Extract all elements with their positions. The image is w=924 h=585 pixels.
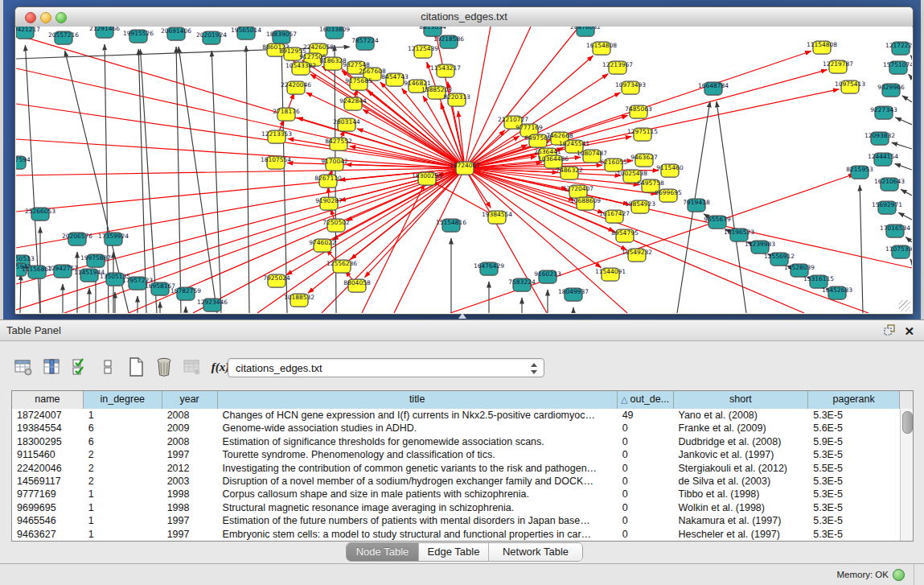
table-selector-value: citations_edges.txt [236,362,322,374]
graph-node-label: 16210643 [874,178,905,185]
table-row[interactable]: 946554611997Estimation of the future num… [12,514,900,527]
memory-status-label: Memory: OK [836,570,889,579]
create-table-icon[interactable] [125,356,146,378]
graph-edge [895,117,912,125]
graph-node-label: 12125439 [408,45,438,52]
column-header-title[interactable]: title [218,391,618,409]
table-cell: Disruption of a novel member of a sodium… [218,475,618,488]
tab-node-table[interactable]: Node Table [347,543,419,561]
column-header-in_degree[interactable]: in_degree [84,391,162,409]
graph-node-label: 6216055 [600,159,627,166]
column-header-out_de[interactable]: △out_de... [618,391,674,409]
graph-node-label: 8804058 [343,279,371,286]
graph-node-label: 19384554 [482,211,512,218]
table-row[interactable]: 1938455462009Genome-wide association stu… [12,422,900,435]
column-header-pagerank[interactable]: pagerank [808,391,900,409]
graph-node-label: 20691406 [161,27,191,35]
table-row[interactable]: 1872400712008Changes of HCN gene express… [12,409,900,422]
column-header-short[interactable]: short [674,391,809,409]
graph-edge [465,168,547,313]
table-cell: 2008 [162,435,218,448]
table-tabs: Node TableEdge TableNetwork Table [346,542,583,562]
graph-node-label: 11544091 [595,268,626,275]
delete-rows-trash-icon[interactable] [154,356,175,378]
table-cell: Genome-wide association studies in ADHD. [218,422,618,435]
network-canvas[interactable]: 8860123891295522426058912750510543382818… [16,27,912,313]
graph-node-label: 12975115 [627,128,658,135]
graph-node-label: 9655679 [704,216,731,223]
graph-node-label: 12923446 [197,299,228,306]
graph-node-label: 11075392 [885,245,912,253]
column-header-name[interactable]: name [12,391,84,409]
float-window-icon[interactable] [883,323,896,340]
select-rows-icon[interactable] [69,356,90,378]
graph-node-label: 22426058 [303,43,334,51]
graph-node-label: 12720407 [563,185,593,192]
graph-node-label: 7485063 [625,105,652,113]
graph-edge [910,56,912,57]
table-row[interactable]: 1830029562008Estimation of significance … [12,435,900,448]
graph-node-label: 9777169 [515,124,543,131]
table-row[interactable]: 2242004622012Investigating the contribut… [12,462,900,475]
table-cell: 0 [618,462,674,475]
table-cell: 2 [84,475,162,488]
table-cell: 1997 [162,448,218,461]
graph-node-label: 16452683 [822,286,852,294]
graph-node-label: 12556236 [326,260,357,267]
scrollbar-thumb[interactable] [902,411,913,434]
table-cell: 6 [84,435,162,448]
network-window-titlebar[interactable]: citations_edges.txt [15,7,913,27]
table-row[interactable]: 946362711997Embryonic stem cells: a mode… [12,528,900,541]
select-columns-icon[interactable] [41,356,62,378]
graph-edge [909,74,912,78]
table-cell: 0 [618,501,674,514]
splitter-handle-icon[interactable] [458,313,466,319]
column-header-year[interactable]: year [162,391,218,409]
table-cell: Estimation of significance thresholds fo… [218,435,618,448]
graph-node-label: 21291466 [89,27,120,32]
table-cell: 5.3E-5 [808,528,900,541]
graph-node-label: 25266053 [25,208,55,215]
tab-edge-table[interactable]: Edge Table [419,543,489,561]
table-cell: Corpus callosum shape and size in male p… [218,488,618,501]
header-corner [900,391,913,409]
graph-node-label: 9242844 [339,97,367,105]
graph-edge [179,47,217,313]
graph-node-label: 8220313 [443,93,470,101]
graph-node-label: 12093832 [864,132,895,139]
table-row[interactable]: 969969511998Structural magnetic resonanc… [12,501,900,514]
network-window[interactable]: citations_edges.txt 88601238912955224260… [14,6,914,315]
table-cell: 0 [618,528,674,541]
table-cell: 18724007 [12,409,84,422]
graph-node-label: 10196523 [724,229,754,236]
table-settings-icon[interactable] [13,356,34,378]
table-row[interactable]: 977716911998Corpus callosum shape and si… [12,488,900,501]
graph-node-label: 9190287 [315,197,343,204]
table-cell: 2009 [162,422,218,435]
table-row[interactable]: 911546021997Tourette syndrome. Phenomeno… [12,448,900,461]
citation-graph[interactable]: 8860123891295522426058912750510543382818… [16,27,912,313]
table-cell: 9115460 [12,448,84,461]
row-height-icon[interactable] [97,356,118,378]
graph-node-label: 9227343 [870,106,897,113]
vertical-scrollbar[interactable] [900,409,913,541]
table-selector[interactable]: citations_edges.txt [228,358,544,377]
graph-node-label: 17016534 [880,225,910,232]
close-panel-icon[interactable]: ✕ [904,325,914,338]
table-cell: 0 [618,488,674,501]
table-cell: 5.6E-5 [808,422,900,435]
window-resize-grip-icon[interactable] [899,300,910,311]
table-cell: 9777169 [12,488,84,501]
graph-node-label: 19975887 [80,254,111,262]
graph-edge [362,183,425,313]
node-table: namein_degreeyeartitle△out_de...shortpag… [11,390,914,542]
table-cell: Embryonic stem cells: a model to study s… [218,528,618,541]
table-cell: Yano et al. (2008) [674,409,809,422]
graph-node-label: 22420046 [281,81,311,89]
delete-table-icon[interactable] [182,356,203,378]
table-cell: 5.9E-5 [808,435,900,448]
tab-network-table[interactable]: Network Table [489,543,582,561]
table-cell: 9463627 [12,528,84,541]
table-row[interactable]: 1456911722003Disruption of a novel membe… [12,475,900,488]
graph-node-label: 11239983 [745,241,775,248]
